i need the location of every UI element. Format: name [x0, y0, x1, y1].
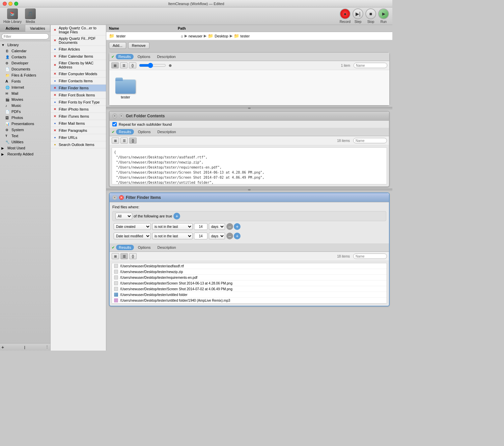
card3-field-2[interactable]: Date last modified [114, 233, 151, 239]
run-button[interactable]: ▶ Run [378, 8, 389, 24]
card3-condition-1[interactable]: is not in the last [152, 223, 193, 230]
hide-library-button[interactable]: 📚 Hide Library [3, 8, 22, 24]
card3-all-select[interactable]: All Any None [115, 213, 132, 219]
window-controls[interactable] [3, 2, 18, 6]
card3-json-view[interactable]: {} [129, 253, 137, 259]
card3-unit-2[interactable]: days [209, 233, 225, 239]
tree-item-calendar[interactable]: 🗓 Calendar [0, 48, 50, 54]
card1-file-name: tester [121, 95, 130, 99]
add-remove-row: Add... Remove [106, 40, 392, 51]
tree-item-recently-added[interactable]: ▶ Recently Added [0, 151, 50, 157]
stop-button[interactable]: ■ Stop [365, 8, 376, 24]
card3-add-row1[interactable]: + [234, 223, 241, 230]
card3-add-row2[interactable]: + [234, 233, 241, 239]
maximize-button[interactable] [14, 2, 18, 6]
card2-description-tab[interactable]: Description [155, 129, 179, 135]
remove-button[interactable]: Remove [128, 42, 149, 49]
card3-remove-row2[interactable]: – [226, 233, 233, 239]
action-item-3[interactable]: ✕ Filter Calendar Items [51, 53, 106, 60]
tree-item-files-folders[interactable]: 📁 Files & Folders [0, 72, 50, 78]
card3-options-tab[interactable]: Options [135, 245, 153, 250]
tree-item-system[interactable]: ⚙ System [0, 127, 50, 133]
tree-item-internet[interactable]: 🌐 Internet [0, 84, 50, 90]
tree-item-music[interactable]: ♪ Music [0, 102, 50, 109]
tree-item-fonts[interactable]: A Fonts [0, 78, 50, 84]
record-button[interactable]: ● Record [340, 8, 351, 24]
minimize-button[interactable] [8, 2, 12, 6]
card2-options-tab[interactable]: Options [135, 129, 153, 135]
close-button[interactable] [3, 2, 7, 6]
action-item-9[interactable]: ● Filter Fonts by Font Type [51, 99, 106, 106]
action-item-15[interactable]: ● Search Outlook Items [51, 141, 106, 148]
action-item-10[interactable]: ✕ Filter iPhoto Items [51, 106, 106, 113]
card1-grid-view[interactable]: ⊞ [111, 62, 119, 68]
card3-add-condition[interactable]: + [173, 213, 180, 219]
card3-description-tab[interactable]: Description [155, 245, 179, 250]
action-item-14[interactable]: ● Filter URLs [51, 134, 106, 141]
tree-item-documents[interactable]: 📄 Documents [0, 66, 50, 72]
action-item-4[interactable]: ✕ Filter Clients by MAC Address [51, 60, 106, 70]
card1-description-tab[interactable]: Description [155, 54, 178, 59]
card1-results-tab[interactable]: Results [116, 54, 134, 59]
card3-condition-2[interactable]: is not in the last [152, 233, 193, 239]
card2-json-view[interactable]: {} [129, 138, 137, 144]
tree-item-utilities[interactable]: 🔧 Utilities [0, 139, 50, 145]
media-button[interactable]: 🎵 Media [25, 8, 36, 24]
tab-actions[interactable]: Actions [0, 25, 25, 32]
left-bottom-add-icon[interactable]: + [1, 345, 4, 350]
action-label-10: Filter iPhoto Items [59, 107, 89, 111]
card3-list-view[interactable]: ☰ [120, 253, 128, 259]
tree-item-most-used[interactable]: ▶ Most Used [0, 145, 50, 151]
text-icon: T [5, 133, 10, 138]
card3-close-btn[interactable]: ✕ [119, 195, 124, 200]
action-item-8[interactable]: ✕ Filter Font Book Items [51, 92, 106, 99]
action-item-5[interactable]: ✕ Filter Computer Models [51, 70, 106, 78]
card2-close-btn[interactable]: ✕ [119, 114, 124, 118]
tree-item-contacts[interactable]: 👤 Contacts [0, 54, 50, 60]
action-item-0[interactable]: ✕ Apply Quartz Co...er to Image Files [51, 25, 106, 35]
action-item-6[interactable]: ● Filter Contacts Items [51, 78, 106, 85]
card2-list-view[interactable]: ☰ [120, 138, 128, 144]
card3-results-tab[interactable]: Results [116, 245, 134, 250]
card1-options-tab[interactable]: Options [135, 54, 153, 59]
tree-item-presentations[interactable]: 📊 Presentations [0, 121, 50, 127]
action-icon-12: ● [53, 121, 57, 126]
search-input[interactable] [1, 33, 49, 39]
card1-json-view[interactable]: {} [129, 62, 136, 68]
record-icon: ● [340, 8, 351, 19]
action-label-3: Filter Calendar Items [59, 54, 93, 58]
step-button[interactable]: ▶| Step [353, 8, 363, 24]
list-row-2: /Users/newuser/Desktop/tester/requiremen… [112, 275, 387, 280]
card2-name-search[interactable] [353, 138, 387, 143]
card3-disable-btn[interactable]: ✕ [112, 195, 117, 200]
action-item-12[interactable]: ● Filter Mail Items [51, 120, 106, 127]
card3-grid-view[interactable]: ⊞ [112, 253, 119, 259]
action-item-11[interactable]: ✕ Filter iTunes Items [51, 113, 106, 120]
card2-results-tab[interactable]: Results [116, 129, 134, 135]
add-button[interactable]: Add... [109, 42, 126, 49]
card2-subfolder-checkbox[interactable] [112, 122, 117, 126]
card3-name-search[interactable] [353, 254, 387, 259]
card1-name-search[interactable] [354, 63, 387, 68]
card1-list-view[interactable]: ☰ [120, 62, 128, 68]
tree-item-pdfs[interactable]: 📄 PDFs [0, 109, 50, 115]
tree-item-library[interactable]: ▼ Library [0, 42, 50, 48]
action-item-1[interactable]: ✕ Apply Quartz Fil...PDF Documents [51, 35, 106, 46]
action-item-13[interactable]: ✕ Filter Paragraphs [51, 127, 106, 134]
tree-item-mail[interactable]: ✉ Mail [0, 90, 50, 96]
card3-field-1[interactable]: Date created [114, 223, 151, 230]
card1-zoom-slider[interactable] [139, 63, 166, 68]
tree-item-movies[interactable]: 🎬 Movies [0, 96, 50, 102]
tab-variables[interactable]: Variables [25, 25, 51, 32]
card3-unit-1[interactable]: days [209, 223, 225, 230]
tree-item-developer[interactable]: ⚙ Developer [0, 60, 50, 66]
tree-item-photos[interactable]: 🖼 Photos [0, 115, 50, 121]
card3-value-2[interactable] [194, 233, 207, 239]
card3-remove-row1[interactable]: – [226, 223, 233, 230]
card2-disable-btn[interactable]: ✕ [112, 114, 117, 118]
action-item-2[interactable]: ● Filter Articles [51, 46, 106, 53]
tree-item-text[interactable]: T Text [0, 133, 50, 139]
card3-value-1[interactable] [194, 223, 207, 230]
action-item-7[interactable]: ✕ Filter Finder Items [51, 85, 106, 92]
card2-grid-view[interactable]: ⊞ [112, 138, 119, 144]
